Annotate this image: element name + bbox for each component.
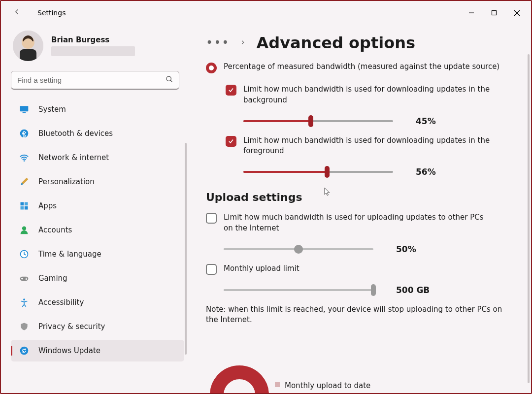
personalization-icon [19,176,30,187]
nav-item-accessibility[interactable]: Accessibility [11,292,184,313]
checkbox-download-fg[interactable] [226,136,236,147]
accounts-icon [19,225,30,235]
checkbox-download-bg[interactable] [226,85,236,96]
value-download-fg: 56% [416,167,436,177]
radio-selected-icon [206,63,217,73]
svg-rect-17 [25,202,28,206]
minimize-button[interactable] [460,5,483,21]
gaming-icon [19,273,30,284]
svg-rect-13 [23,112,26,113]
option-upload-limit: Limit how much bandwidth is used for upl… [206,212,511,255]
profile-block[interactable]: Brian Burgess [13,31,184,61]
option-download-foreground: Limit how much bandwidth is used for dow… [226,135,511,178]
nav-label: Network & internet [38,153,109,162]
window-controls [460,5,528,21]
value-download-bg: 45% [416,116,436,126]
accessibility-icon [19,297,30,308]
svg-point-14 [20,130,29,138]
svg-rect-7 [20,49,36,61]
nav-label: Personalization [38,177,95,186]
nav-label: Accounts [38,226,72,234]
nav-item-apps[interactable]: Apps [11,195,184,217]
slider-download-bg[interactable] [243,116,393,127]
nav-item-system[interactable]: System [11,98,184,120]
maximize-button[interactable] [483,5,505,21]
sidebar-scrollbar[interactable] [185,143,187,355]
nav-item-update[interactable]: Windows Update [11,340,184,361]
svg-point-9 [23,38,33,48]
time-icon [19,249,30,260]
nav-item-privacy[interactable]: Privacy & security [11,316,184,337]
slider-download-fg[interactable] [243,166,393,177]
nav-list: SystemBluetooth & devicesNetwork & inter… [11,98,184,361]
chevron-right-icon [239,38,246,48]
value-upload-limit: 50% [396,244,416,254]
nav-label: System [38,105,66,114]
nav-label: Gaming [38,274,67,283]
network-icon [19,152,30,163]
search-input[interactable] [11,71,179,90]
nav-label: Windows Update [38,346,100,355]
nav-label: Apps [38,201,57,210]
profile-email-placeholder [51,46,135,56]
nav-label: Accessibility [38,298,84,307]
search-icon [166,75,173,85]
bluetooth-icon [19,128,30,139]
svg-rect-1 [492,11,497,15]
nav-item-time[interactable]: Time & language [11,243,184,265]
svg-point-20 [22,227,26,230]
svg-point-23 [26,278,27,279]
apps-icon [19,200,30,211]
svg-rect-19 [25,206,28,210]
main-scrollbar[interactable] [528,54,530,383]
breadcrumb-more-icon[interactable]: ••• [206,36,230,50]
update-icon [19,345,30,356]
svg-rect-18 [21,206,24,210]
svg-point-15 [24,160,25,162]
breadcrumb: ••• Advanced options [206,33,511,52]
label-monthly-limit: Monthly upload limit [224,263,299,274]
sidebar: Brian Burgess SystemBluetooth & devicesN… [1,25,188,393]
checkbox-monthly-limit[interactable] [206,264,217,275]
main-content: ••• Advanced options Percentage of measu… [188,25,531,393]
svg-rect-12 [20,106,29,111]
nav-item-bluetooth[interactable]: Bluetooth & devices [11,123,184,144]
privacy-icon [19,321,30,332]
slider-upload-limit[interactable] [224,244,373,255]
nav-item-accounts[interactable]: Accounts [11,219,184,241]
nav-item-gaming[interactable]: Gaming [11,267,184,289]
back-button[interactable] [11,7,23,18]
label-download-fg: Limit how much bandwidth is used for dow… [243,135,509,157]
nav-label: Bluetooth & devices [38,129,113,138]
avatar [13,31,43,61]
value-monthly-limit: 500 GB [396,285,430,295]
nav-label: Privacy & security [38,322,105,331]
svg-point-10 [166,76,171,81]
svg-point-26 [20,347,29,355]
option-download-background: Limit how much bandwidth is used for dow… [226,84,511,127]
svg-point-25 [23,298,25,300]
svg-rect-16 [21,202,24,206]
app-title: Settings [37,9,66,17]
option-monthly-limit: Monthly upload limit 500 GB [206,263,511,296]
checkbox-upload-limit[interactable] [206,213,217,224]
upload-settings-heading: Upload settings [206,191,511,203]
label-upload-limit: Limit how much bandwidth is used for upl… [224,212,490,234]
search-box[interactable] [11,71,179,90]
nav-label: Time & language [38,250,101,259]
title-bar: Settings [1,1,531,25]
system-icon [19,104,30,115]
upload-note: Note: when this limit is reached, your d… [206,304,511,326]
nav-item-network[interactable]: Network & internet [11,147,184,168]
svg-line-11 [170,80,172,82]
label-download-bg: Limit how much bandwidth is used for dow… [243,84,509,106]
bandwidth-mode-radio[interactable]: Percentage of measured bandwidth (measur… [206,62,511,73]
nav-item-personalization[interactable]: Personalization [11,171,184,193]
monthly-upload-label: Monthly upload to date [285,381,370,390]
page-title: Advanced options [256,33,415,52]
profile-name: Brian Burgess [51,35,135,44]
slider-monthly-limit[interactable] [224,285,373,296]
close-button[interactable] [505,5,528,21]
svg-point-24 [26,279,27,280]
legend-swatch-icon [275,382,280,387]
